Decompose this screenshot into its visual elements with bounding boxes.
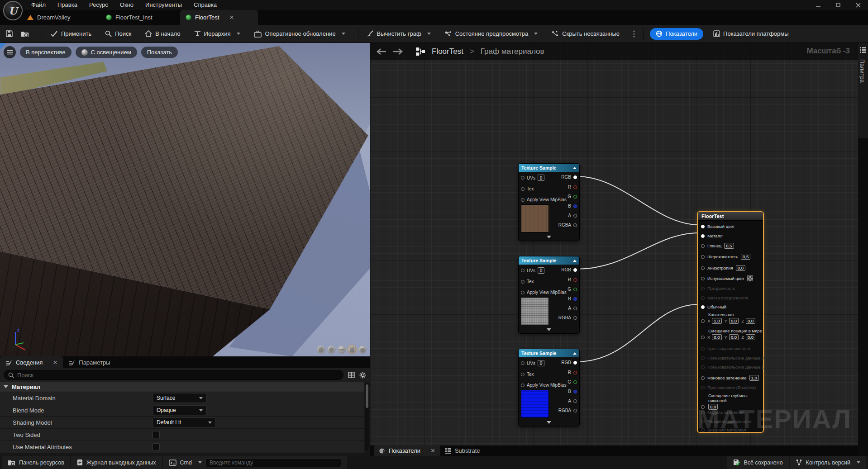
platform-stats-button[interactable]: Показатели платформы: [711, 30, 791, 37]
material-graph-editor[interactable]: FloorTest > Граф материалов Масштаб -3 T…: [370, 43, 868, 456]
menu-edit[interactable]: Правка: [52, 0, 83, 10]
details-search-input[interactable]: [17, 372, 339, 379]
stats-button[interactable]: Показатели: [650, 28, 703, 40]
material-domain-dropdown[interactable]: Surface: [153, 393, 207, 403]
blend-mode-dropdown[interactable]: Opaque: [153, 405, 207, 415]
tab-substrate[interactable]: Substrate: [440, 445, 485, 456]
tab-floortest[interactable]: FloorTest ✕: [180, 10, 258, 25]
pin-base-color[interactable]: Базовый цвет: [701, 224, 734, 229]
output-pin-b[interactable]: B: [568, 296, 577, 301]
pin-opacity[interactable]: Прозрачность: [701, 286, 735, 291]
tab-stats[interactable]: Показатели ✕: [374, 445, 440, 456]
use-material-attributes-checkbox[interactable]: [153, 443, 160, 450]
two-sided-checkbox[interactable]: [153, 431, 160, 438]
search-button[interactable]: Поиск: [103, 30, 133, 37]
palette-label[interactable]: Палитра: [859, 59, 866, 83]
apply-button[interactable]: Применить: [48, 30, 93, 37]
gear-icon[interactable]: [359, 372, 366, 379]
output-pin-g[interactable]: G: [568, 379, 577, 384]
menu-window[interactable]: Окно: [114, 0, 139, 10]
display-filter-icon[interactable]: [348, 372, 355, 378]
tab-close-icon[interactable]: ✕: [229, 14, 234, 21]
breadcrumb-page[interactable]: Граф материалов: [481, 47, 544, 56]
node-header[interactable]: Texture Sample: [519, 164, 579, 172]
home-button[interactable]: В начало: [143, 30, 182, 37]
output-pin-rgb[interactable]: RGB: [561, 267, 577, 272]
pin-custom-data-1[interactable]: Пользовательские данные 1: [701, 365, 764, 370]
input-pin-tex[interactable]: Tex: [521, 186, 534, 191]
uv-value[interactable]: 0: [538, 360, 544, 366]
pin-custom-data-0[interactable]: Пользовательские данные 0: [701, 355, 764, 360]
menu-help[interactable]: Справка: [188, 0, 223, 10]
output-pin-g[interactable]: G: [568, 194, 577, 199]
menu-file[interactable]: Файл: [25, 0, 52, 10]
tab-close-icon[interactable]: ✕: [52, 359, 57, 366]
unreal-logo[interactable]: U: [3, 1, 23, 20]
breadcrumb-asset[interactable]: FloorTest: [432, 47, 463, 56]
shape-cube-button[interactable]: [348, 346, 356, 354]
shape-sphere-button[interactable]: [327, 346, 335, 354]
emissive-swatch[interactable]: [747, 275, 753, 281]
collapse-icon[interactable]: [573, 260, 577, 262]
shape-mesh-button[interactable]: [358, 346, 367, 354]
output-pin-rgba[interactable]: RGBA: [558, 223, 577, 227]
console-command-input[interactable]: [210, 460, 337, 466]
close-button[interactable]: [848, 0, 868, 10]
show-dropdown[interactable]: Показать: [141, 47, 178, 58]
output-pin-b[interactable]: B: [568, 204, 577, 208]
input-pin-tex[interactable]: Tex: [521, 279, 534, 284]
pin-specular[interactable]: Глянец0,5: [701, 243, 734, 249]
forward-arrow-icon[interactable]: [393, 48, 403, 55]
output-pin-r[interactable]: R: [568, 277, 577, 282]
tab-dreamvalley[interactable]: DreamValley: [22, 10, 76, 25]
output-pin-rgba[interactable]: RGBA: [558, 315, 577, 320]
pin-normal[interactable]: Обычный: [701, 304, 726, 309]
pin-anisotropy[interactable]: Анизотропия0,0: [701, 265, 745, 271]
details-search-box[interactable]: [4, 370, 343, 380]
revision-control-button[interactable]: Контроль версий: [790, 456, 866, 469]
clean-graph-dropdown[interactable]: Вычистить граф: [365, 30, 433, 38]
maximize-button[interactable]: [828, 0, 848, 10]
tab-parameters[interactable]: Параметры: [63, 356, 115, 368]
hierarchy-dropdown[interactable]: Иерархия: [192, 30, 242, 37]
expand-node-button[interactable]: [519, 326, 579, 333]
input-pin-uvs[interactable]: UVs0: [521, 360, 544, 366]
view-mode-dropdown[interactable]: С освещением: [76, 47, 137, 58]
preview-viewport[interactable]: В перспективе С освещением Показать z: [0, 43, 370, 356]
output-pin-rgba[interactable]: RGBA: [558, 408, 577, 413]
cmd-dropdown[interactable]: Cmd: [180, 460, 192, 466]
pin-refraction[interactable]: Преломление (Disabled): [701, 385, 756, 390]
save-button[interactable]: [4, 30, 15, 38]
live-update-dropdown[interactable]: Оперативное обновление: [252, 30, 347, 38]
input-pin-mipbias[interactable]: Apply View MipBias: [521, 197, 567, 202]
node-header[interactable]: Texture Sample: [519, 256, 579, 265]
material-result-node[interactable]: FloorTest Базовый цвет Металл Глянец0,5 …: [697, 211, 764, 433]
output-pin-a[interactable]: A: [568, 398, 577, 403]
pin-subsurface-color[interactable]: Цвет подповерхности: [701, 346, 750, 351]
hide-unrelated-button[interactable]: Скрыть несвязанные: [549, 30, 621, 37]
pin-world-position-offset[interactable]: Смещение позиции в мире X0,0 Y0,0 Z0,0: [701, 328, 762, 340]
input-pin-tex[interactable]: Tex: [521, 372, 534, 377]
pin-tangent[interactable]: Касательная X1,0 Y0,0 Z0,0: [701, 312, 755, 324]
tab-floortest-inst[interactable]: FloorTest_Inst: [100, 10, 158, 25]
input-pin-uvs[interactable]: UVs0: [521, 267, 544, 274]
save-status-button[interactable]: Всё сохранено: [727, 456, 789, 469]
node-header[interactable]: Texture Sample: [519, 349, 579, 357]
input-pin-mipbias[interactable]: Apply View MipBias: [521, 290, 567, 295]
uv-value[interactable]: 0: [538, 175, 544, 181]
uv-value[interactable]: 0: [538, 267, 544, 274]
pin-opacity-mask[interactable]: Маска прозрачности: [701, 295, 749, 300]
output-pin-a[interactable]: A: [568, 306, 577, 311]
preview-state-dropdown[interactable]: Состояние предпросмотра: [443, 30, 540, 37]
expand-node-button[interactable]: [519, 233, 579, 241]
output-pin-r[interactable]: R: [568, 370, 577, 375]
pin-emissive-color[interactable]: Испускаемый цвет: [701, 275, 753, 281]
toolbar-overflow-button[interactable]: [631, 30, 637, 38]
texture-sample-node-2[interactable]: Texture Sample UVs0 Tex Apply View MipBi…: [518, 256, 580, 334]
collapse-icon[interactable]: [573, 167, 577, 169]
output-pin-rgb[interactable]: RGB: [561, 175, 577, 180]
output-log-button[interactable]: Журнал выходных данных: [71, 456, 162, 469]
pin-ambient-occlusion[interactable]: Фоновое затенение1,0: [701, 375, 759, 381]
output-pin-b[interactable]: B: [568, 389, 577, 394]
browse-asset-button[interactable]: [19, 30, 31, 38]
